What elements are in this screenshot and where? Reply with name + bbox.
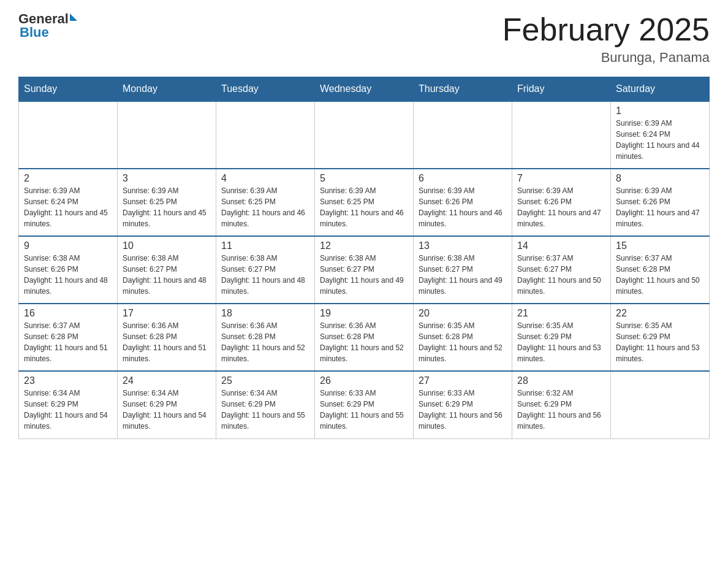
- day-number: 25: [221, 375, 309, 386]
- day-number: 17: [123, 308, 211, 319]
- calendar-cell: 1Sunrise: 6:39 AM Sunset: 6:24 PM Daylig…: [611, 101, 710, 169]
- day-number: 4: [221, 173, 309, 184]
- day-info: Sunrise: 6:32 AM Sunset: 6:29 PM Dayligh…: [517, 388, 605, 432]
- day-info: Sunrise: 6:33 AM Sunset: 6:29 PM Dayligh…: [419, 388, 507, 432]
- day-info: Sunrise: 6:35 AM Sunset: 6:29 PM Dayligh…: [616, 320, 704, 364]
- day-info: Sunrise: 6:38 AM Sunset: 6:26 PM Dayligh…: [24, 253, 112, 297]
- calendar-cell: 26Sunrise: 6:33 AM Sunset: 6:29 PM Dayli…: [315, 371, 414, 439]
- day-number: 14: [517, 240, 605, 251]
- title-section: February 2025 Burunga, Panama: [502, 12, 710, 66]
- logo-text-general: General: [18, 12, 69, 26]
- logo-text-blue: Blue: [20, 26, 49, 39]
- day-info: Sunrise: 6:38 AM Sunset: 6:27 PM Dayligh…: [123, 253, 211, 297]
- day-number: 28: [517, 375, 605, 386]
- calendar-cell: 24Sunrise: 6:34 AM Sunset: 6:29 PM Dayli…: [118, 371, 216, 439]
- calendar-cell: 11Sunrise: 6:38 AM Sunset: 6:27 PM Dayli…: [216, 236, 315, 304]
- calendar-cell: 16Sunrise: 6:37 AM Sunset: 6:28 PM Dayli…: [19, 304, 118, 371]
- page-title: February 2025: [502, 12, 710, 47]
- calendar-cell: 10Sunrise: 6:38 AM Sunset: 6:27 PM Dayli…: [118, 236, 216, 304]
- logo-arrow-icon: [70, 13, 77, 21]
- calendar-day-header: Friday: [512, 77, 611, 102]
- day-info: Sunrise: 6:37 AM Sunset: 6:28 PM Dayligh…: [616, 253, 704, 297]
- day-number: 16: [24, 308, 112, 319]
- calendar-cell: 27Sunrise: 6:33 AM Sunset: 6:29 PM Dayli…: [414, 371, 512, 439]
- day-number: 7: [517, 173, 605, 184]
- calendar-cell: 6Sunrise: 6:39 AM Sunset: 6:26 PM Daylig…: [414, 169, 512, 236]
- day-info: Sunrise: 6:39 AM Sunset: 6:26 PM Dayligh…: [517, 185, 605, 229]
- calendar-cell: [118, 101, 216, 169]
- day-number: 5: [320, 173, 408, 184]
- day-number: 26: [320, 375, 408, 386]
- day-number: 3: [123, 173, 211, 184]
- day-number: 23: [24, 375, 112, 386]
- day-number: 2: [24, 173, 112, 184]
- day-info: Sunrise: 6:33 AM Sunset: 6:29 PM Dayligh…: [320, 388, 408, 432]
- calendar-week-row: 23Sunrise: 6:34 AM Sunset: 6:29 PM Dayli…: [19, 371, 710, 439]
- day-number: 12: [320, 240, 408, 251]
- logo: General Blue: [18, 12, 77, 39]
- calendar-day-header: Thursday: [414, 77, 512, 102]
- calendar-day-header: Tuesday: [216, 77, 315, 102]
- day-info: Sunrise: 6:38 AM Sunset: 6:27 PM Dayligh…: [320, 253, 408, 297]
- day-info: Sunrise: 6:38 AM Sunset: 6:27 PM Dayligh…: [419, 253, 507, 297]
- calendar-cell: 5Sunrise: 6:39 AM Sunset: 6:25 PM Daylig…: [315, 169, 414, 236]
- day-number: 27: [419, 375, 507, 386]
- day-info: Sunrise: 6:38 AM Sunset: 6:27 PM Dayligh…: [221, 253, 309, 297]
- calendar-cell: 15Sunrise: 6:37 AM Sunset: 6:28 PM Dayli…: [611, 236, 710, 304]
- day-number: 11: [221, 240, 309, 251]
- calendar-cell: 23Sunrise: 6:34 AM Sunset: 6:29 PM Dayli…: [19, 371, 118, 439]
- day-number: 10: [123, 240, 211, 251]
- day-info: Sunrise: 6:35 AM Sunset: 6:29 PM Dayligh…: [517, 320, 605, 364]
- day-info: Sunrise: 6:34 AM Sunset: 6:29 PM Dayligh…: [221, 388, 309, 432]
- calendar-cell: 2Sunrise: 6:39 AM Sunset: 6:24 PM Daylig…: [19, 169, 118, 236]
- calendar-cell: 3Sunrise: 6:39 AM Sunset: 6:25 PM Daylig…: [118, 169, 216, 236]
- day-info: Sunrise: 6:35 AM Sunset: 6:28 PM Dayligh…: [419, 320, 507, 364]
- calendar-cell: [19, 101, 118, 169]
- calendar-week-row: 16Sunrise: 6:37 AM Sunset: 6:28 PM Dayli…: [19, 304, 710, 371]
- calendar-cell: 8Sunrise: 6:39 AM Sunset: 6:26 PM Daylig…: [611, 169, 710, 236]
- day-number: 15: [616, 240, 704, 251]
- day-number: 20: [419, 308, 507, 319]
- calendar-cell: 9Sunrise: 6:38 AM Sunset: 6:26 PM Daylig…: [19, 236, 118, 304]
- day-info: Sunrise: 6:37 AM Sunset: 6:27 PM Dayligh…: [517, 253, 605, 297]
- day-number: 18: [221, 308, 309, 319]
- day-info: Sunrise: 6:39 AM Sunset: 6:25 PM Dayligh…: [320, 185, 408, 229]
- day-info: Sunrise: 6:39 AM Sunset: 6:26 PM Dayligh…: [616, 185, 704, 229]
- calendar-cell: [216, 101, 315, 169]
- day-info: Sunrise: 6:39 AM Sunset: 6:24 PM Dayligh…: [24, 185, 112, 229]
- day-number: 13: [419, 240, 507, 251]
- day-info: Sunrise: 6:37 AM Sunset: 6:28 PM Dayligh…: [24, 320, 112, 364]
- day-info: Sunrise: 6:36 AM Sunset: 6:28 PM Dayligh…: [123, 320, 211, 364]
- day-number: 8: [616, 173, 704, 184]
- calendar-header-row: SundayMondayTuesdayWednesdayThursdayFrid…: [19, 77, 710, 102]
- calendar-cell: 18Sunrise: 6:36 AM Sunset: 6:28 PM Dayli…: [216, 304, 315, 371]
- calendar-week-row: 2Sunrise: 6:39 AM Sunset: 6:24 PM Daylig…: [19, 169, 710, 236]
- day-info: Sunrise: 6:36 AM Sunset: 6:28 PM Dayligh…: [221, 320, 309, 364]
- day-number: 1: [616, 105, 704, 117]
- calendar-cell: 4Sunrise: 6:39 AM Sunset: 6:25 PM Daylig…: [216, 169, 315, 236]
- day-info: Sunrise: 6:39 AM Sunset: 6:24 PM Dayligh…: [616, 118, 704, 162]
- calendar-day-header: Monday: [118, 77, 216, 102]
- day-number: 21: [517, 308, 605, 319]
- calendar-cell: 12Sunrise: 6:38 AM Sunset: 6:27 PM Dayli…: [315, 236, 414, 304]
- day-number: 9: [24, 240, 112, 251]
- calendar-cell: 20Sunrise: 6:35 AM Sunset: 6:28 PM Dayli…: [414, 304, 512, 371]
- calendar-cell: 14Sunrise: 6:37 AM Sunset: 6:27 PM Dayli…: [512, 236, 611, 304]
- calendar-cell: 17Sunrise: 6:36 AM Sunset: 6:28 PM Dayli…: [118, 304, 216, 371]
- calendar-cell: 7Sunrise: 6:39 AM Sunset: 6:26 PM Daylig…: [512, 169, 611, 236]
- calendar-cell: 22Sunrise: 6:35 AM Sunset: 6:29 PM Dayli…: [611, 304, 710, 371]
- day-info: Sunrise: 6:36 AM Sunset: 6:28 PM Dayligh…: [320, 320, 408, 364]
- page-subtitle: Burunga, Panama: [502, 50, 710, 66]
- day-info: Sunrise: 6:39 AM Sunset: 6:26 PM Dayligh…: [419, 185, 507, 229]
- calendar-week-row: 1Sunrise: 6:39 AM Sunset: 6:24 PM Daylig…: [19, 101, 710, 169]
- day-info: Sunrise: 6:34 AM Sunset: 6:29 PM Dayligh…: [123, 388, 211, 432]
- calendar-cell: [611, 371, 710, 439]
- calendar-cell: 13Sunrise: 6:38 AM Sunset: 6:27 PM Dayli…: [414, 236, 512, 304]
- day-info: Sunrise: 6:39 AM Sunset: 6:25 PM Dayligh…: [123, 185, 211, 229]
- calendar-table: SundayMondayTuesdayWednesdayThursdayFrid…: [18, 77, 710, 439]
- day-number: 19: [320, 308, 408, 319]
- day-number: 24: [123, 375, 211, 386]
- calendar-week-row: 9Sunrise: 6:38 AM Sunset: 6:26 PM Daylig…: [19, 236, 710, 304]
- calendar-cell: 28Sunrise: 6:32 AM Sunset: 6:29 PM Dayli…: [512, 371, 611, 439]
- calendar-day-header: Wednesday: [315, 77, 414, 102]
